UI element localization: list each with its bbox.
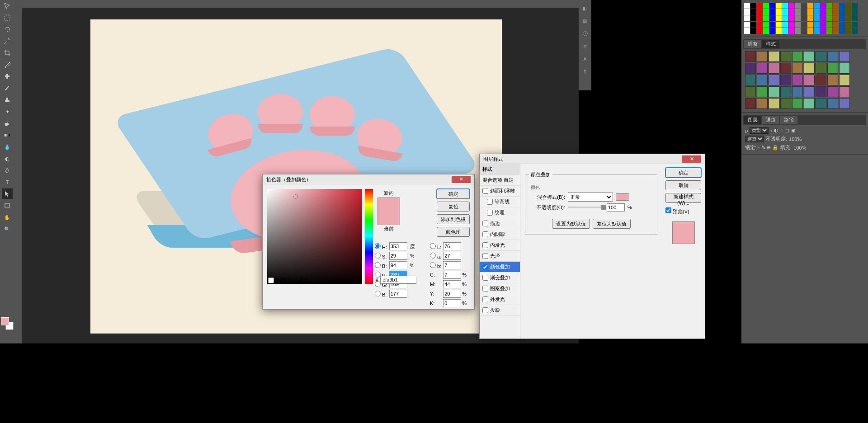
- styles-tab[interactable]: 样式: [762, 40, 779, 48]
- color-lib-button[interactable]: 颜色库: [437, 227, 470, 237]
- layer-style-dialog: 图层样式 ✕ 样式 混合选项:自定 斜面和浮雕 等高线 纹理 描边 内阴影 内发…: [479, 154, 705, 339]
- blur-tool[interactable]: 💧: [2, 141, 13, 152]
- outer-glow-item[interactable]: 外发光: [480, 294, 520, 305]
- gradient-tool[interactable]: [2, 130, 13, 141]
- reset-button[interactable]: 复位: [437, 202, 470, 212]
- h-input[interactable]: [389, 242, 407, 250]
- add-swatch-button[interactable]: 添加到色板: [437, 214, 470, 224]
- bc-input[interactable]: [389, 290, 407, 298]
- c-input[interactable]: [443, 271, 461, 279]
- layer-kind-select[interactable]: 类型: [750, 127, 769, 134]
- eyedropper-tool[interactable]: [2, 59, 13, 70]
- swatches-grid[interactable]: [743, 2, 866, 35]
- fill-label: 填充:: [780, 144, 792, 151]
- s-input[interactable]: [389, 252, 407, 260]
- bv-radio[interactable]: [375, 262, 381, 268]
- layerstyle-titlebar[interactable]: 图层样式 ✕: [480, 154, 705, 164]
- dodge-tool[interactable]: ◐: [2, 153, 13, 164]
- cancel-button[interactable]: 取消: [665, 180, 701, 190]
- h-radio[interactable]: [375, 243, 381, 249]
- layers-tab[interactable]: 图层: [744, 116, 761, 124]
- zoom-tool[interactable]: 🔍: [2, 224, 13, 235]
- ok-button[interactable]: 确定: [665, 168, 701, 178]
- styles-grid[interactable]: [743, 49, 866, 111]
- adjust-tab[interactable]: 调整: [744, 40, 761, 48]
- new-style-button[interactable]: 新建样式(W)...: [665, 193, 701, 203]
- reset-default-button[interactable]: 复位为默认值: [593, 219, 631, 229]
- a-input[interactable]: [443, 252, 461, 260]
- saturation-value-field[interactable]: [267, 189, 362, 284]
- pattern-overlay-item[interactable]: 图案叠加: [480, 283, 520, 294]
- blend-options-item[interactable]: 混合选项:自定: [480, 175, 520, 186]
- heal-tool[interactable]: [2, 71, 13, 82]
- paragraph-icon[interactable]: ¶: [580, 67, 590, 76]
- bevel-item[interactable]: 斜面和浮雕: [480, 186, 520, 197]
- character-icon[interactable]: A: [580, 54, 590, 63]
- b-radio[interactable]: [430, 262, 436, 268]
- texture-item[interactable]: 纹理: [480, 207, 520, 218]
- ok-button[interactable]: 确定: [437, 189, 470, 199]
- stroke-item[interactable]: 描边: [480, 218, 520, 229]
- styles-header[interactable]: 样式: [480, 164, 520, 175]
- type-tool[interactable]: T: [2, 177, 13, 188]
- preview-checkbox[interactable]: [665, 207, 671, 213]
- marquee-tool[interactable]: [2, 12, 13, 23]
- section-title: 颜色叠加: [529, 171, 552, 178]
- opacity-input[interactable]: [607, 203, 625, 212]
- history-brush-tool[interactable]: ✦: [2, 106, 13, 117]
- drop-shadow-item[interactable]: 投影: [480, 305, 520, 316]
- web-only-checkbox[interactable]: [268, 277, 274, 283]
- color-swatch[interactable]: [1, 317, 14, 330]
- lock-label: 锁定:: [745, 144, 756, 151]
- inner-shadow-item[interactable]: 内阴影: [480, 229, 520, 240]
- history-icon[interactable]: ◧: [580, 4, 590, 13]
- color-overlay-item[interactable]: 颜色叠加: [480, 262, 520, 273]
- crop-tool[interactable]: [2, 47, 13, 58]
- pen-tool[interactable]: [2, 165, 13, 176]
- gradient-overlay-item[interactable]: 渐变叠加: [480, 273, 520, 283]
- bv-input[interactable]: [389, 261, 407, 269]
- hand-tool[interactable]: ✋: [2, 212, 13, 223]
- k-input[interactable]: [443, 299, 461, 307]
- satin-item[interactable]: 光泽: [480, 251, 520, 262]
- y-input[interactable]: [443, 290, 461, 298]
- brush-tool[interactable]: [2, 83, 13, 94]
- m-input[interactable]: [443, 280, 461, 288]
- opacity-slider[interactable]: [568, 207, 604, 208]
- align-icon[interactable]: ≡: [580, 42, 590, 51]
- foreground-color[interactable]: [1, 317, 9, 325]
- hue-slider[interactable]: [365, 189, 373, 284]
- overlay-color-chip[interactable]: [616, 193, 629, 201]
- close-icon[interactable]: ✕: [682, 155, 701, 163]
- opacity-value: 100%: [789, 136, 802, 142]
- contour-item[interactable]: 等高线: [480, 197, 520, 207]
- b-input[interactable]: [443, 261, 461, 269]
- channels-tab[interactable]: 通道: [762, 116, 779, 124]
- shape-tool[interactable]: [2, 200, 13, 211]
- panel-dock-icons: ◧ ▦ ⓘ ≡ A ¶: [579, 0, 591, 90]
- hex-input[interactable]: [380, 276, 416, 284]
- stamp-tool[interactable]: [2, 94, 13, 105]
- blend-mode-select[interactable]: 穿透: [745, 136, 764, 142]
- close-icon[interactable]: ✕: [452, 176, 471, 183]
- inner-glow-item[interactable]: 内发光: [480, 240, 520, 251]
- a-radio[interactable]: [430, 253, 436, 258]
- swatches-icon[interactable]: ▦: [580, 16, 590, 25]
- info-icon[interactable]: ⓘ: [580, 29, 590, 38]
- path-select-tool[interactable]: [2, 188, 13, 199]
- opacity-label: 不透明度:: [766, 136, 787, 142]
- current-label: 当前: [377, 226, 400, 232]
- l-input[interactable]: [443, 242, 461, 250]
- paths-tab[interactable]: 路径: [780, 116, 797, 124]
- blend-mode-select[interactable]: 正常: [568, 193, 613, 202]
- picker-titlebar[interactable]: 拾色器（叠加颜色） ✕: [263, 174, 474, 184]
- s-radio[interactable]: [375, 253, 381, 258]
- lasso-tool[interactable]: [2, 24, 13, 35]
- bc-radio[interactable]: [375, 291, 381, 296]
- l-radio[interactable]: [430, 243, 436, 249]
- eraser-tool[interactable]: [2, 118, 13, 129]
- wand-tool[interactable]: [2, 36, 13, 47]
- move-tool[interactable]: [2, 0, 13, 11]
- set-default-button[interactable]: 设置为默认值: [552, 219, 590, 229]
- sv-cursor: [293, 194, 298, 199]
